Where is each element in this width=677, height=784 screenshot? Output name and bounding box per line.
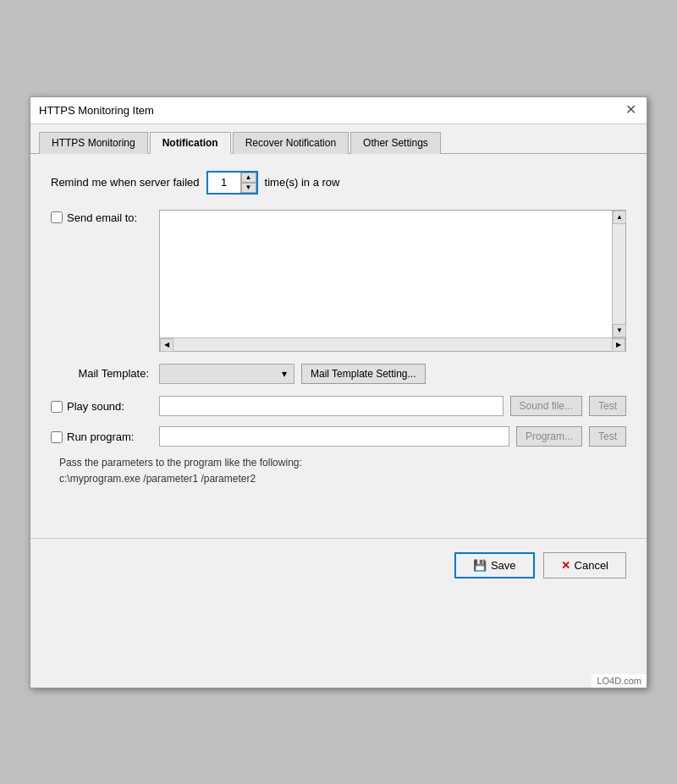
hint-line2: c:\myprogram.exe /parameter1 /parameter2 [59,471,626,487]
tab-recover-notification[interactable]: Recover Notification [233,132,349,154]
close-button[interactable]: ✕ [624,103,638,117]
scrollbar-left-button[interactable]: ◀ [160,338,173,352]
hint-line1: Pass the parameters to the program like … [59,455,626,471]
run-program-label[interactable]: Run program: [51,429,152,443]
play-sound-checkbox[interactable] [51,401,63,413]
save-icon: 💾 [473,559,487,572]
save-button[interactable]: 💾 Save [454,552,535,578]
save-label: Save [491,559,516,572]
watermark: LO4D.com [592,674,647,688]
sound-file-input[interactable] [159,396,504,416]
spinner-buttons: ▲ ▼ [240,173,256,193]
textarea-inner: ▲ ▼ [160,211,625,337]
remind-label: Remind me when server failed [51,176,200,189]
remind-spinner-input[interactable]: 1 [208,173,240,193]
tab-other-settings[interactable]: Other Settings [350,132,441,154]
chevron-down-icon: ▾ [282,368,287,380]
scrollbar-track[interactable] [613,224,625,324]
program-test-button[interactable]: Test [589,426,626,447]
mail-template-setting-button[interactable]: Mail Template Setting... [301,364,426,384]
email-input[interactable] [160,211,612,337]
send-email-checkbox[interactable] [51,211,63,223]
h-scrollbar-track[interactable] [173,338,612,351]
sound-file-button[interactable]: Sound file... [510,396,582,416]
mail-template-row: Mail Template: ▾ Mail Template Setting..… [51,364,626,384]
email-textarea-wrapper: ▲ ▼ ◀ ▶ [159,210,626,352]
tab-content: Remind me when server failed 1 ▲ ▼ time(… [30,154,647,504]
send-email-row: Send email to: ▲ ▼ ◀ ▶ [51,210,626,352]
footer: 💾 Save ✕ Cancel [30,538,647,592]
sound-test-button[interactable]: Test [589,396,626,416]
play-sound-row: Play sound: Sound file... Test [51,396,626,416]
remind-row: Remind me when server failed 1 ▲ ▼ time(… [51,171,626,195]
window-title: HTTPS Monitoring Item [39,104,154,117]
title-bar: HTTPS Monitoring Item ✕ [30,97,647,124]
hint-text: Pass the parameters to the program like … [59,455,626,487]
cancel-label: Cancel [575,559,608,572]
scrollbar-right-button[interactable]: ▶ [612,338,625,352]
tab-bar: HTTPS Monitoring Notification Recover No… [30,124,647,154]
program-input[interactable] [159,426,509,447]
play-sound-label[interactable]: Play sound: [51,398,152,413]
horizontal-scrollbar: ◀ ▶ [160,337,625,351]
remind-suffix: time(s) in a row [265,176,340,189]
run-program-checkbox[interactable] [51,431,63,443]
run-program-row: Run program: Program... Test [51,426,626,447]
main-window: HTTPS Monitoring Item ✕ HTTPS Monitoring… [30,96,647,688]
cancel-icon: ✕ [561,559,570,572]
spinner-up-button[interactable]: ▲ [241,173,256,183]
scrollbar-up-button[interactable]: ▲ [613,211,626,224]
send-email-label[interactable]: Send email to: [51,210,152,224]
spinner-container: 1 ▲ ▼ [206,171,258,195]
mail-template-label: Mail Template: [51,367,152,380]
tab-https-monitoring[interactable]: HTTPS Monitoring [39,132,148,154]
cancel-button[interactable]: ✕ Cancel [543,552,626,578]
tab-notification[interactable]: Notification [150,132,231,154]
mail-template-dropdown[interactable]: ▾ [159,364,294,384]
scrollbar-down-button[interactable]: ▼ [613,324,626,337]
vertical-scrollbar: ▲ ▼ [612,211,625,337]
program-button[interactable]: Program... [516,426,582,447]
spinner-down-button[interactable]: ▼ [241,183,256,193]
